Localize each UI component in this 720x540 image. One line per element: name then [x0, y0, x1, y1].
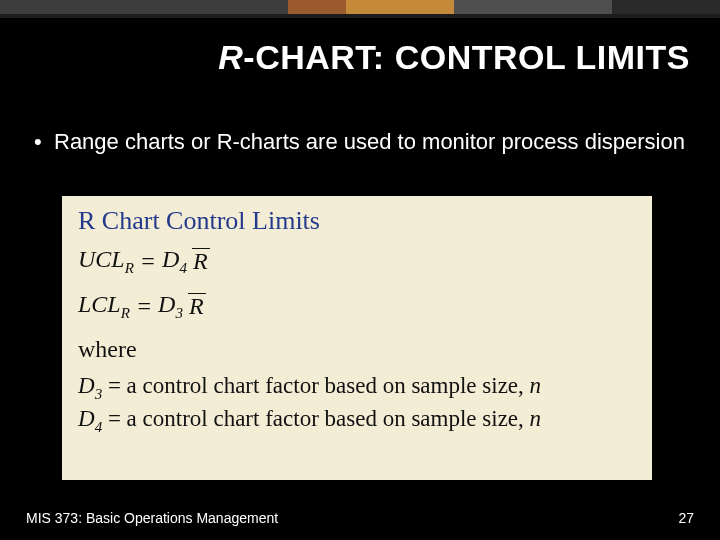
stripe-seg [288, 0, 346, 14]
bullet-text: Range charts or R-charts are used to mon… [54, 128, 685, 157]
slide: R-CHART: CONTROL LIMITS • Range charts o… [0, 0, 720, 540]
d4-definition: D4 = a control chart factor based on sam… [78, 406, 636, 436]
footer-course: MIS 373: Basic Operations Management [26, 510, 278, 526]
d3-definition: D3 = a control chart factor based on sam… [78, 373, 636, 403]
slide-title: R-CHART: CONTROL LIMITS [0, 38, 720, 77]
d4-n: n [530, 406, 542, 431]
decorative-stripe [0, 0, 720, 14]
where-label: where [78, 336, 636, 363]
ucl-lhs: UCLR [78, 246, 134, 277]
stripe-seg [454, 0, 612, 14]
ucl-equation: UCLR = D4 R [78, 246, 636, 277]
d3-text: = a control chart factor based on sample… [102, 373, 529, 398]
title-rest: -CHART: CONTROL LIMITS [243, 38, 690, 76]
bullet-item: • Range charts or R-charts are used to m… [34, 128, 686, 157]
d4-var: D4 [78, 406, 102, 431]
lcl-coef: D3 [158, 291, 183, 322]
stripe-seg [612, 0, 720, 14]
stripe-seg [346, 0, 454, 14]
lcl-lhs: LCLR [78, 291, 130, 322]
d3-var: D3 [78, 373, 102, 398]
stripe-underline [0, 14, 720, 18]
r-bar: R [193, 248, 208, 275]
d4-text: = a control chart factor based on sample… [102, 406, 529, 431]
title-italic: R [218, 38, 243, 76]
equals: = [136, 293, 152, 320]
r-bar: R [189, 293, 204, 320]
footer-page-number: 27 [678, 510, 694, 526]
ucl-coef: D4 [162, 246, 187, 277]
formula-heading: R Chart Control Limits [78, 206, 636, 236]
bullet-dot-icon: • [34, 128, 54, 157]
equals: = [140, 248, 156, 275]
d3-n: n [530, 373, 542, 398]
lcl-equation: LCLR = D3 R [78, 291, 636, 322]
formula-panel: R Chart Control Limits UCLR = D4 R LCLR … [62, 196, 652, 480]
stripe-seg [0, 0, 288, 14]
